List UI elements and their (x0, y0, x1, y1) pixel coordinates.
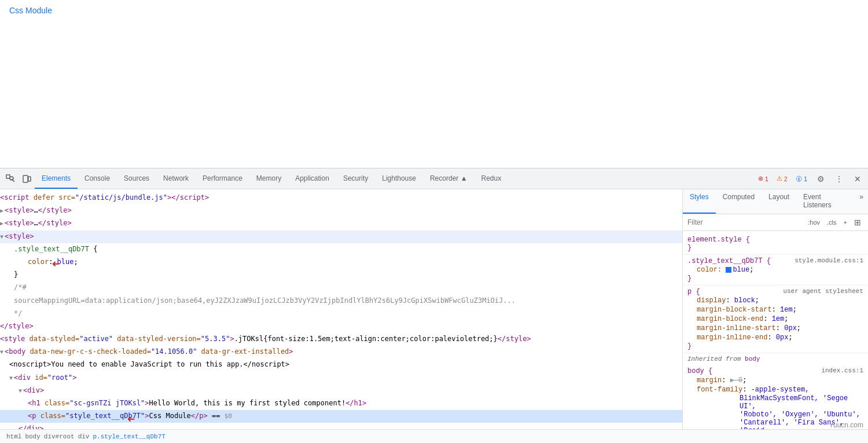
page-link[interactable]: Css Module (9, 6, 52, 15)
